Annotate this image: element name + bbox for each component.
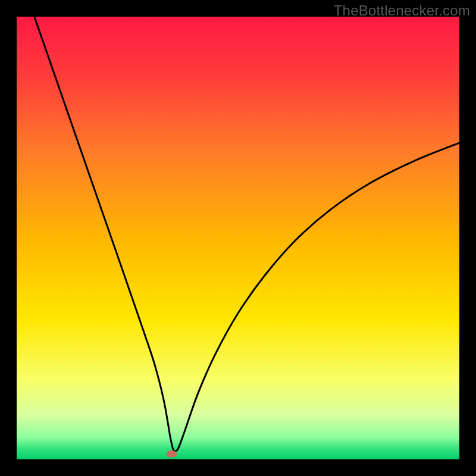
watermark-label: TheBottlenecker.com [334, 2, 470, 19]
plot-background [17, 17, 459, 459]
chart-svg [0, 0, 476, 476]
chart-frame: TheBottlenecker.com [0, 0, 476, 476]
current-config-marker [166, 450, 177, 458]
